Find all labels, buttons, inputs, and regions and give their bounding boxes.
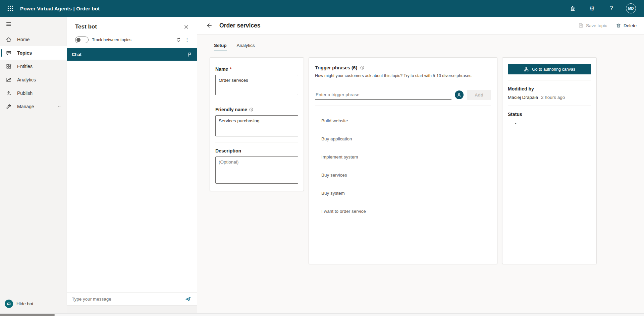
- delete-topic-label: Delete: [624, 23, 637, 28]
- left-nav-rail: Home Topics Entities Anal: [0, 17, 67, 313]
- trigger-phrase-item[interactable]: I want to order service: [315, 202, 491, 220]
- tab-analytics[interactable]: Analytics: [237, 43, 255, 51]
- back-arrow-icon[interactable]: [204, 20, 214, 30]
- test-bot-panel: Test bot Track between topics ⋮ Chat: [67, 17, 197, 305]
- user-avatar[interactable]: MD: [626, 3, 636, 13]
- sitemap-icon: [524, 67, 529, 72]
- sidebar-item-label: Home: [17, 37, 30, 42]
- help-icon[interactable]: ?: [606, 3, 616, 13]
- name-label: Name: [215, 66, 228, 72]
- settings-gear-icon[interactable]: ⚙: [587, 3, 597, 13]
- publish-upload-icon: [6, 90, 12, 96]
- chat-message-input[interactable]: [72, 297, 181, 302]
- trigger-phrase-item[interactable]: Buy application: [315, 130, 491, 148]
- sidebar-item-label: Manage: [17, 104, 34, 109]
- trigger-phrase-item[interactable]: Build website: [315, 112, 491, 130]
- track-between-topics-toggle[interactable]: [75, 37, 89, 43]
- topic-detail-page: Order services Save topic Delete: [197, 17, 644, 313]
- friendly-name-field[interactable]: Services purchasing: [215, 115, 298, 136]
- sidebar-item-publish[interactable]: Publish: [0, 86, 67, 100]
- send-message-icon[interactable]: [183, 295, 192, 304]
- trigger-phrases-subtitle: How might your customers ask about this …: [315, 73, 491, 78]
- info-icon[interactable]: [360, 65, 365, 70]
- app-title: Power Virtual Agents | Order bot: [20, 6, 100, 11]
- person-icon[interactable]: [455, 90, 464, 99]
- chat-header-label: Chat: [72, 52, 82, 57]
- sidebar-item-label: Topics: [17, 50, 32, 56]
- modified-by-name: Maciej Drapała: [508, 95, 538, 100]
- sidebar-item-label: Entities: [17, 64, 33, 69]
- home-icon: [6, 37, 12, 43]
- topics-chat-icon: [6, 50, 12, 56]
- close-icon[interactable]: [181, 22, 191, 31]
- trigger-phrase-item[interactable]: Buy system: [315, 184, 491, 202]
- topic-meta-card: Go to authoring canvas Modified by Macie…: [502, 57, 597, 264]
- trash-icon: [616, 23, 621, 28]
- description-label: Description: [215, 148, 241, 153]
- name-field[interactable]: Order services: [215, 75, 298, 95]
- entities-grid-icon: [6, 63, 12, 69]
- trigger-phrase-item[interactable]: Implement system: [315, 148, 491, 166]
- sidebar-item-manage[interactable]: Manage: [0, 100, 67, 113]
- save-topic-label: Save topic: [586, 23, 607, 28]
- required-asterisk: *: [230, 66, 231, 72]
- page-title: Order services: [219, 22, 261, 29]
- sidebar-item-label: Analytics: [17, 77, 36, 82]
- save-icon: [578, 23, 584, 28]
- go-to-authoring-canvas-label: Go to authoring canvas: [532, 67, 575, 72]
- topic-details-card: Name * Order services Friendly name Serv…: [210, 57, 304, 191]
- status-value: -: [515, 121, 591, 126]
- trigger-phrases-card: Trigger phrases (6) How might your custo…: [309, 57, 497, 264]
- more-options-icon[interactable]: ⋮: [183, 36, 192, 44]
- analytics-chart-icon: [6, 77, 12, 83]
- reset-refresh-icon[interactable]: [174, 36, 183, 44]
- chevron-down-icon: [57, 104, 62, 109]
- trigger-phrase-input[interactable]: [315, 90, 451, 100]
- trigger-phrases-title: Trigger phrases (6): [315, 65, 357, 70]
- modified-by-label: Modified by: [508, 86, 591, 91]
- sidebar-item-entities[interactable]: Entities: [0, 60, 67, 73]
- add-phrase-button[interactable]: Add: [467, 90, 491, 100]
- status-label: Status: [508, 112, 591, 117]
- sidebar-item-label: Publish: [17, 90, 33, 96]
- trigger-phrase-item[interactable]: Buy services: [315, 166, 491, 184]
- test-bot-title: Test bot: [75, 23, 97, 30]
- sidebar-item-topics[interactable]: Topics: [0, 46, 67, 60]
- chat-message-area: [67, 61, 197, 293]
- app-launcher-waffle-icon[interactable]: [5, 3, 16, 14]
- horizontal-scrollbar[interactable]: [0, 313, 644, 316]
- bot-avatar-icon: [5, 300, 13, 308]
- info-icon[interactable]: [249, 107, 254, 112]
- sidebar-item-analytics[interactable]: Analytics: [0, 73, 67, 86]
- save-topic-button[interactable]: Save topic: [578, 23, 607, 28]
- scrollbar-thumb[interactable]: [0, 314, 55, 316]
- nav-collapse-hamburger-icon[interactable]: [0, 17, 16, 31]
- bot-robot-icon[interactable]: [568, 3, 578, 13]
- topic-tabs: Setup Analytics: [197, 35, 644, 51]
- description-field[interactable]: [215, 156, 298, 184]
- flag-icon[interactable]: [187, 52, 192, 57]
- delete-topic-button[interactable]: Delete: [616, 23, 637, 28]
- sidebar-item-home[interactable]: Home: [0, 33, 67, 46]
- manage-wrench-icon: [6, 104, 12, 110]
- modified-time: 2 hours ago: [541, 95, 565, 100]
- friendly-name-label: Friendly name: [215, 107, 247, 112]
- tab-setup[interactable]: Setup: [214, 43, 227, 51]
- hide-bot-button[interactable]: Hide bot: [0, 296, 67, 313]
- hide-bot-label: Hide bot: [16, 301, 33, 306]
- top-app-bar: Power Virtual Agents | Order bot ⚙ ? MD: [0, 0, 644, 17]
- trigger-phrase-list: Build website Buy application Implement …: [315, 112, 491, 220]
- chat-topic-header[interactable]: Chat: [67, 48, 197, 61]
- track-between-topics-label: Track between topics: [92, 38, 131, 42]
- go-to-authoring-canvas-button[interactable]: Go to authoring canvas: [508, 64, 591, 74]
